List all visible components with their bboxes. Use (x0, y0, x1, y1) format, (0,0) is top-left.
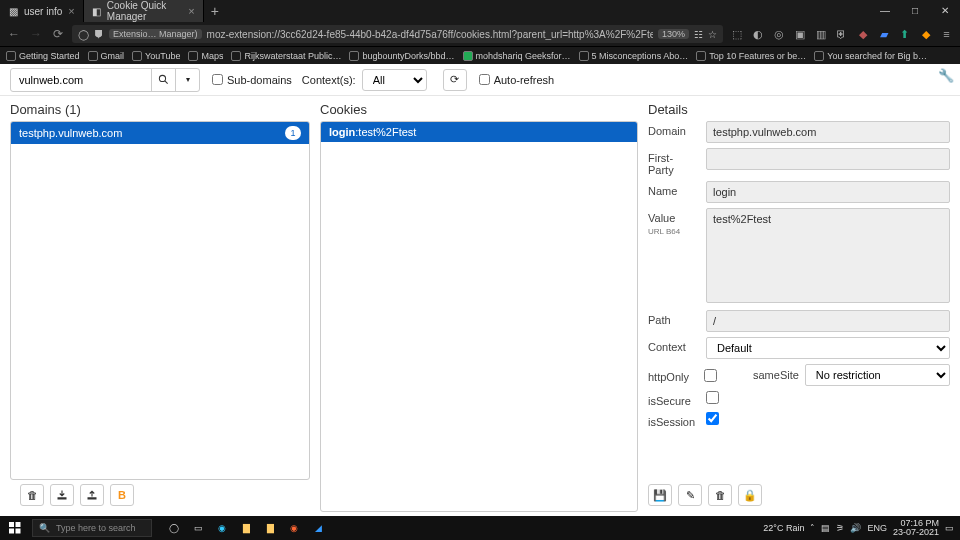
subdomains-checkbox[interactable]: Sub-domains (212, 74, 292, 86)
downloads-icon[interactable]: ⬚ (729, 27, 744, 42)
domain-search-input[interactable] (11, 74, 151, 86)
search-dropdown[interactable]: ▾ (175, 69, 199, 91)
httponly-checkbox[interactable] (704, 369, 717, 382)
tab-cookie-manager[interactable]: ◧ Cookie Quick Manager × (84, 0, 204, 22)
bitcoin-button[interactable]: B (110, 484, 134, 506)
bookmark-item[interactable]: mohdshariq Geeksfor… (463, 51, 571, 61)
tab-user-info[interactable]: ▩ user info × (0, 0, 84, 22)
zoom-badge[interactable]: 130% (658, 29, 689, 39)
edit-cookie-button[interactable]: ✎ (678, 484, 702, 506)
bookmark-item[interactable]: Rijkswaterstaat Public… (231, 51, 341, 61)
svg-rect-7 (16, 529, 21, 534)
library-icon[interactable]: ▥ (813, 27, 828, 42)
shield2-icon[interactable]: ⛨ (834, 27, 849, 42)
context-field[interactable]: Default (706, 337, 950, 359)
save-cookie-button[interactable]: 💾 (648, 484, 672, 506)
tray-clock[interactable]: 07:16 PM 23-07-2021 (893, 519, 939, 537)
maximize-button[interactable]: □ (900, 0, 930, 22)
vscode-icon[interactable]: ◢ (308, 518, 328, 538)
issession-checkbox[interactable] (706, 412, 719, 425)
edge-icon[interactable]: ◉ (212, 518, 232, 538)
export-domain-button[interactable] (50, 484, 74, 506)
bookmark-item[interactable]: YouTube (132, 51, 180, 61)
issecure-checkbox[interactable] (706, 391, 719, 404)
ext2-icon[interactable]: ▣ (792, 27, 807, 42)
import-domain-button[interactable] (80, 484, 104, 506)
path-field[interactable] (706, 310, 950, 332)
url-bar[interactable]: ◯ ⛊ Extensio… Manager) moz-extension://3… (72, 25, 723, 43)
delete-domain-button[interactable]: 🗑 (20, 484, 44, 506)
start-button[interactable] (4, 518, 26, 538)
ext3-icon[interactable]: ◆ (855, 27, 870, 42)
delete-cookie-button[interactable]: 🗑 (708, 484, 732, 506)
bookmark-item[interactable]: 5 Misconceptions Abo… (579, 51, 689, 61)
svg-rect-6 (9, 529, 14, 534)
reader-icon[interactable]: ☷ (694, 29, 703, 40)
autorefresh-checkbox[interactable]: Auto-refresh (479, 74, 555, 86)
refresh-button[interactable]: ⟳ (443, 69, 467, 91)
cookie-row[interactable]: login:test%2Ftest (321, 122, 637, 142)
context-select[interactable]: All (362, 69, 427, 91)
windows-taskbar: 🔍 Type here to search ◯ ▭ ◉ ▇ ▇ ◉ ◢ 22°C… (0, 516, 960, 540)
bookmark-item[interactable]: Maps (188, 51, 223, 61)
tray-notifications-icon[interactable]: ▭ (945, 523, 954, 533)
forward-button[interactable]: → (28, 26, 44, 42)
bookmark-star-icon[interactable]: ☆ (708, 29, 717, 40)
domain-name: testphp.vulnweb.com (19, 127, 122, 139)
back-button[interactable]: ← (6, 26, 22, 42)
bookmark-item[interactable]: Getting Started (6, 51, 80, 61)
value-field[interactable]: test%2Ftest (706, 208, 950, 303)
globe-icon (6, 51, 16, 61)
bookmark-item[interactable]: Gmail (88, 51, 125, 61)
weather-widget[interactable]: 22°C Rain (763, 523, 804, 533)
search-icon: 🔍 (39, 523, 50, 533)
tray-wifi-icon[interactable]: ⚞ (836, 523, 844, 533)
close-icon[interactable]: × (68, 5, 74, 17)
label-context: Context (648, 337, 698, 353)
tray-lang[interactable]: ENG (867, 523, 887, 533)
ext4-icon[interactable]: ▰ (876, 27, 891, 42)
domain-field[interactable] (706, 121, 950, 143)
search-button[interactable] (151, 69, 175, 91)
search-placeholder: Type here to search (56, 523, 136, 533)
folder-icon[interactable]: ▇ (260, 518, 280, 538)
taskbar-search[interactable]: 🔍 Type here to search (32, 519, 152, 537)
cortana-icon[interactable]: ◯ (164, 518, 184, 538)
firstparty-field[interactable] (706, 148, 950, 170)
minimize-button[interactable]: — (870, 0, 900, 22)
samesite-field[interactable]: No restriction (805, 364, 950, 386)
label-issession: isSession (648, 412, 698, 428)
explorer-icon[interactable]: ▇ (236, 518, 256, 538)
menu-button[interactable]: ≡ (939, 27, 954, 42)
svg-rect-4 (9, 522, 14, 527)
bookmark-item[interactable]: Top 10 Features or be… (696, 51, 806, 61)
close-window-button[interactable]: ✕ (930, 0, 960, 22)
favicon-icon: ◧ (92, 6, 101, 16)
globe-icon (231, 51, 241, 61)
tray-network-icon[interactable]: ▤ (821, 523, 830, 533)
lock-cookie-button[interactable]: 🔒 (738, 484, 762, 506)
tray-chevron-icon[interactable]: ˄ (810, 523, 815, 533)
bookmark-item[interactable]: You searched for Big b… (814, 51, 927, 61)
reload-button[interactable]: ⟳ (50, 26, 66, 42)
new-tab-button[interactable]: + (204, 3, 226, 19)
ext6-icon[interactable]: ◆ (918, 27, 933, 42)
account-icon[interactable]: ◐ (750, 27, 765, 42)
tray-volume-icon[interactable]: 🔊 (850, 523, 861, 533)
bookmark-item[interactable]: bugbountyDorks/bbd… (349, 51, 454, 61)
ext5-icon[interactable]: ⬆ (897, 27, 912, 42)
settings-icon[interactable]: 🔧 (938, 68, 954, 83)
domain-row[interactable]: testphp.vulnweb.com 1 (11, 122, 309, 144)
name-field[interactable] (706, 181, 950, 203)
domain-search-wrap: ▾ (10, 68, 200, 92)
taskview-icon[interactable]: ▭ (188, 518, 208, 538)
close-icon[interactable]: × (188, 5, 194, 17)
globe-icon (814, 51, 824, 61)
subdomains-check-input[interactable] (212, 74, 223, 85)
favicon-icon: ▩ (8, 6, 18, 16)
globe-icon (349, 51, 359, 61)
ext1-icon[interactable]: ◎ (771, 27, 786, 42)
firefox-icon[interactable]: ◉ (284, 518, 304, 538)
label-name: Name (648, 181, 698, 197)
autorefresh-check-input[interactable] (479, 74, 490, 85)
